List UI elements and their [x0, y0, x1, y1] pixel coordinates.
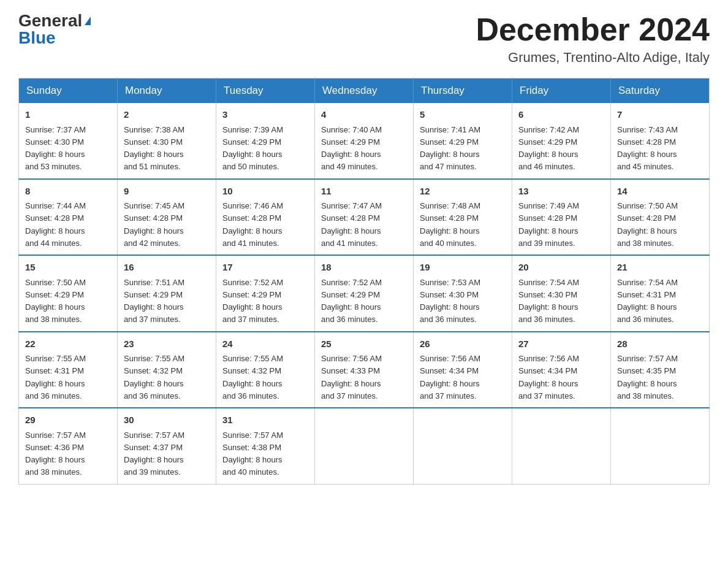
day-number: 10 — [222, 185, 308, 199]
calendar-day-cell: 5Sunrise: 7:41 AMSunset: 4:29 PMDaylight… — [414, 103, 512, 179]
calendar-day-cell: 29Sunrise: 7:57 AMSunset: 4:36 PMDayligh… — [19, 408, 118, 484]
day-info: Sunrise: 7:38 AMSunset: 4:30 PMDaylight:… — [124, 125, 184, 172]
day-number: 15 — [25, 261, 111, 275]
day-number: 19 — [420, 261, 506, 275]
day-number: 14 — [617, 185, 703, 199]
day-info: Sunrise: 7:46 AMSunset: 4:28 PMDaylight:… — [222, 201, 283, 248]
logo-blue-text: Blue — [18, 29, 56, 47]
calendar-day-cell: 3Sunrise: 7:39 AMSunset: 4:29 PMDaylight… — [216, 103, 315, 179]
day-info: Sunrise: 7:56 AMSunset: 4:33 PMDaylight:… — [321, 354, 382, 400]
month-title: December 2024 — [476, 12, 710, 47]
calendar-day-header: Sunday — [19, 79, 118, 104]
calendar-day-cell: 8Sunrise: 7:44 AMSunset: 4:28 PMDaylight… — [19, 179, 118, 256]
day-number: 11 — [321, 185, 407, 199]
day-number: 29 — [25, 413, 111, 427]
day-info: Sunrise: 7:56 AMSunset: 4:34 PMDaylight:… — [420, 354, 480, 400]
day-info: Sunrise: 7:37 AMSunset: 4:30 PMDaylight:… — [25, 125, 86, 172]
calendar-day-cell: 21Sunrise: 7:54 AMSunset: 4:31 PMDayligh… — [611, 255, 710, 332]
day-info: Sunrise: 7:39 AMSunset: 4:29 PMDaylight:… — [222, 125, 283, 172]
day-info: Sunrise: 7:55 AMSunset: 4:32 PMDaylight:… — [124, 354, 184, 400]
calendar-day-cell: 16Sunrise: 7:51 AMSunset: 4:29 PMDayligh… — [118, 255, 216, 332]
day-number: 17 — [222, 261, 308, 275]
calendar-day-cell: 25Sunrise: 7:56 AMSunset: 4:33 PMDayligh… — [315, 332, 414, 408]
day-number: 9 — [124, 185, 210, 199]
calendar-day-cell: 9Sunrise: 7:45 AMSunset: 4:28 PMDaylight… — [118, 179, 216, 256]
calendar-day-cell: 20Sunrise: 7:54 AMSunset: 4:30 PMDayligh… — [512, 255, 611, 332]
calendar-day-cell — [414, 408, 512, 484]
day-number: 25 — [321, 337, 407, 351]
calendar-day-cell: 27Sunrise: 7:56 AMSunset: 4:34 PMDayligh… — [512, 332, 611, 408]
day-info: Sunrise: 7:48 AMSunset: 4:28 PMDaylight:… — [420, 201, 480, 248]
day-info: Sunrise: 7:49 AMSunset: 4:28 PMDaylight:… — [518, 201, 579, 248]
calendar-week-row: 8Sunrise: 7:44 AMSunset: 4:28 PMDaylight… — [19, 179, 710, 256]
calendar-day-cell: 6Sunrise: 7:42 AMSunset: 4:29 PMDaylight… — [512, 103, 611, 179]
calendar-day-cell: 31Sunrise: 7:57 AMSunset: 4:38 PMDayligh… — [216, 408, 315, 484]
calendar-day-cell: 24Sunrise: 7:55 AMSunset: 4:32 PMDayligh… — [216, 332, 315, 408]
day-info: Sunrise: 7:45 AMSunset: 4:28 PMDaylight:… — [124, 201, 184, 248]
calendar-day-cell: 13Sunrise: 7:49 AMSunset: 4:28 PMDayligh… — [512, 179, 611, 256]
calendar-week-row: 29Sunrise: 7:57 AMSunset: 4:36 PMDayligh… — [19, 408, 710, 484]
day-info: Sunrise: 7:50 AMSunset: 4:28 PMDaylight:… — [617, 201, 678, 248]
day-number: 20 — [518, 261, 604, 275]
day-number: 5 — [420, 108, 506, 122]
calendar-day-header: Thursday — [414, 79, 512, 104]
calendar-day-cell: 7Sunrise: 7:43 AMSunset: 4:28 PMDaylight… — [611, 103, 710, 179]
calendar-day-cell — [315, 408, 414, 484]
calendar-day-cell — [611, 408, 710, 484]
calendar-day-cell — [512, 408, 611, 484]
calendar-day-cell: 30Sunrise: 7:57 AMSunset: 4:37 PMDayligh… — [118, 408, 216, 484]
calendar-day-header: Wednesday — [315, 79, 414, 104]
page-header: General Blue December 2024 Grumes, Trent… — [18, 12, 710, 66]
calendar-day-header: Friday — [512, 79, 611, 104]
calendar-week-row: 22Sunrise: 7:55 AMSunset: 4:31 PMDayligh… — [19, 332, 710, 408]
calendar-day-cell: 2Sunrise: 7:38 AMSunset: 4:30 PMDaylight… — [118, 103, 216, 179]
day-info: Sunrise: 7:52 AMSunset: 4:29 PMDaylight:… — [222, 278, 283, 324]
day-number: 18 — [321, 261, 407, 275]
day-info: Sunrise: 7:47 AMSunset: 4:28 PMDaylight:… — [321, 201, 382, 248]
day-info: Sunrise: 7:57 AMSunset: 4:35 PMDaylight:… — [617, 354, 678, 400]
day-info: Sunrise: 7:57 AMSunset: 4:38 PMDaylight:… — [222, 431, 283, 477]
calendar-day-cell: 12Sunrise: 7:48 AMSunset: 4:28 PMDayligh… — [414, 179, 512, 256]
day-number: 16 — [124, 261, 210, 275]
day-number: 23 — [124, 337, 210, 351]
day-number: 12 — [420, 185, 506, 199]
day-number: 1 — [25, 108, 111, 122]
calendar-day-cell: 22Sunrise: 7:55 AMSunset: 4:31 PMDayligh… — [19, 332, 118, 408]
calendar-day-header: Saturday — [611, 79, 710, 104]
day-info: Sunrise: 7:53 AMSunset: 4:30 PMDaylight:… — [420, 278, 480, 324]
day-info: Sunrise: 7:54 AMSunset: 4:31 PMDaylight:… — [617, 278, 678, 324]
calendar-day-cell: 23Sunrise: 7:55 AMSunset: 4:32 PMDayligh… — [118, 332, 216, 408]
calendar-day-cell: 18Sunrise: 7:52 AMSunset: 4:29 PMDayligh… — [315, 255, 414, 332]
calendar-day-cell: 1Sunrise: 7:37 AMSunset: 4:30 PMDaylight… — [19, 103, 118, 179]
day-info: Sunrise: 7:56 AMSunset: 4:34 PMDaylight:… — [518, 354, 579, 400]
calendar-day-cell: 10Sunrise: 7:46 AMSunset: 4:28 PMDayligh… — [216, 179, 315, 256]
calendar-day-header: Tuesday — [216, 79, 315, 104]
day-number: 3 — [222, 108, 308, 122]
day-info: Sunrise: 7:51 AMSunset: 4:29 PMDaylight:… — [124, 278, 184, 324]
day-info: Sunrise: 7:41 AMSunset: 4:29 PMDaylight:… — [420, 125, 480, 172]
calendar-day-cell: 26Sunrise: 7:56 AMSunset: 4:34 PMDayligh… — [414, 332, 512, 408]
day-info: Sunrise: 7:43 AMSunset: 4:28 PMDaylight:… — [617, 125, 678, 172]
calendar-table: SundayMondayTuesdayWednesdayThursdayFrid… — [18, 78, 710, 484]
day-info: Sunrise: 7:50 AMSunset: 4:29 PMDaylight:… — [25, 278, 86, 324]
calendar-day-cell: 4Sunrise: 7:40 AMSunset: 4:29 PMDaylight… — [315, 103, 414, 179]
day-number: 2 — [124, 108, 210, 122]
day-number: 30 — [124, 413, 210, 427]
calendar-week-row: 15Sunrise: 7:50 AMSunset: 4:29 PMDayligh… — [19, 255, 710, 332]
day-info: Sunrise: 7:55 AMSunset: 4:32 PMDaylight:… — [222, 354, 283, 400]
day-info: Sunrise: 7:52 AMSunset: 4:29 PMDaylight:… — [321, 278, 382, 324]
calendar-day-cell: 14Sunrise: 7:50 AMSunset: 4:28 PMDayligh… — [611, 179, 710, 256]
calendar-day-cell: 11Sunrise: 7:47 AMSunset: 4:28 PMDayligh… — [315, 179, 414, 256]
day-info: Sunrise: 7:44 AMSunset: 4:28 PMDaylight:… — [25, 201, 86, 248]
day-number: 28 — [617, 337, 703, 351]
calendar-header-row: SundayMondayTuesdayWednesdayThursdayFrid… — [19, 79, 710, 104]
day-number: 22 — [25, 337, 111, 351]
logo: General Blue — [18, 12, 91, 47]
calendar-week-row: 1Sunrise: 7:37 AMSunset: 4:30 PMDaylight… — [19, 103, 710, 179]
calendar-day-cell: 15Sunrise: 7:50 AMSunset: 4:29 PMDayligh… — [19, 255, 118, 332]
day-number: 8 — [25, 185, 111, 199]
day-info: Sunrise: 7:55 AMSunset: 4:31 PMDaylight:… — [25, 354, 86, 400]
day-number: 13 — [518, 185, 604, 199]
calendar-day-cell: 19Sunrise: 7:53 AMSunset: 4:30 PMDayligh… — [414, 255, 512, 332]
calendar-day-header: Monday — [118, 79, 216, 104]
